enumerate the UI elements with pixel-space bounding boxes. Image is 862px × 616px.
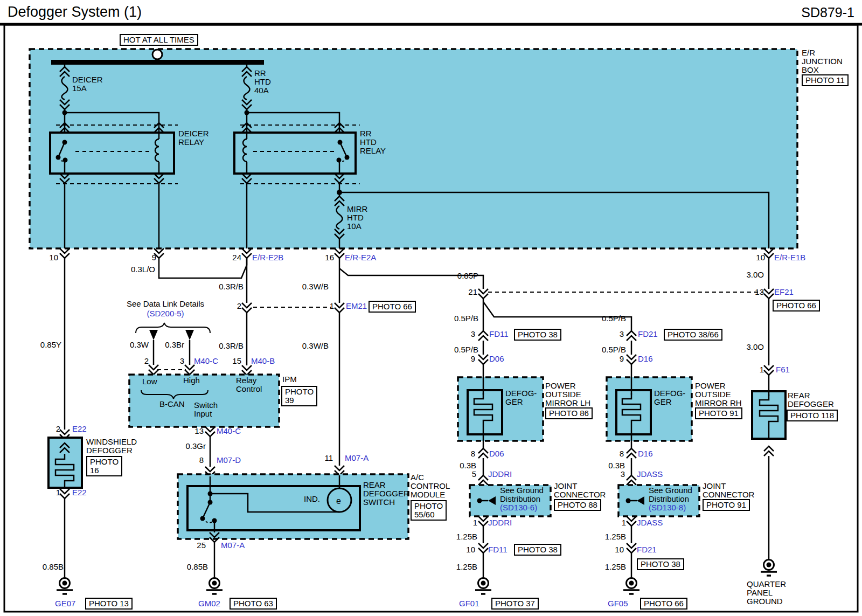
pin-16: 16 bbox=[322, 253, 334, 262]
connector-jdass-top: JDASS bbox=[637, 470, 663, 479]
wire-label-03lo: 0.3L/O bbox=[125, 265, 155, 274]
rr-htd-fuse-label: RR HTD 40A bbox=[254, 69, 271, 95]
deicer-relay-label: DEICER RELAY bbox=[178, 129, 209, 147]
connector-e22-bottom: E22 bbox=[72, 488, 87, 497]
wire-label-30o-2: 3.0O bbox=[741, 343, 764, 351]
photo-118-ref: PHOTO 118 bbox=[787, 410, 838, 421]
pin-10-left: 10 bbox=[46, 253, 58, 262]
ind-lamp-label: IND. bbox=[304, 495, 320, 503]
mirr-htd-fuse-label: MIRR HTD 10A bbox=[347, 205, 367, 231]
ipm-relay-control-label: Relay Control bbox=[236, 376, 262, 393]
ground-gf05-label: GF05 bbox=[608, 599, 628, 608]
junction-box-connectors bbox=[60, 248, 774, 258]
ground-gm02-label: GM02 bbox=[198, 599, 220, 608]
windshield-defogger-label: WINDSHIELD DEFOGGER bbox=[86, 438, 137, 455]
rear-defogger-label: REAR DEFOGGER bbox=[788, 391, 834, 409]
pin-24: 24 bbox=[230, 253, 241, 262]
pin-8-d16: 8 bbox=[611, 449, 624, 458]
wire-label-05pb-4: 0.5P/B bbox=[599, 345, 626, 354]
photo-38-fd11a-ref: PHOTO 38 bbox=[514, 329, 561, 341]
ipm-label: IPM bbox=[282, 375, 297, 384]
wire-label-125b-lh1: 1.25B bbox=[449, 532, 477, 541]
photo-11-ref: PHOTO 11 bbox=[802, 74, 849, 86]
pin-9-d06: 9 bbox=[462, 355, 475, 363]
photo-38-fd11b-ref: PHOTO 38 bbox=[514, 544, 561, 556]
switch-ground-wire bbox=[206, 542, 223, 594]
wire-label-085p: 0.85P bbox=[451, 272, 478, 280]
connector-e22-top: E22 bbox=[72, 425, 87, 433]
ground-ge07-label: GE07 bbox=[55, 599, 75, 608]
wire-label-30o-1: 3.0O bbox=[741, 271, 764, 279]
connector-f61: F61 bbox=[776, 365, 790, 374]
deicer-fuse-label: DEICER 15A bbox=[72, 75, 103, 93]
connector-d06-bottom: D06 bbox=[489, 449, 504, 458]
connector-em21: EM21 bbox=[346, 302, 367, 310]
ac-control-module-label: A/C CONTROL MODULE bbox=[411, 473, 450, 499]
connector-d16-top: D16 bbox=[638, 355, 653, 363]
pin-3-jdass: 3 bbox=[614, 470, 625, 479]
wire-label-03br: 0.3Br bbox=[158, 341, 184, 349]
wire-label-03gr: 0.3Gr bbox=[183, 442, 206, 451]
wire-label-03rb-2: 0.3R/B bbox=[213, 342, 244, 350]
connector-ef21: EF21 bbox=[774, 288, 794, 296]
data-link-arrow-left bbox=[149, 330, 158, 340]
photo-55-60-ref: PHOTO 55/60 bbox=[411, 500, 447, 521]
connector-m07d: M07-D bbox=[217, 456, 241, 465]
pin-21: 21 bbox=[463, 288, 477, 296]
power-feed-node bbox=[152, 50, 162, 59]
quarter-panel-ground-label: QUARTER PANEL GROUND bbox=[747, 580, 786, 606]
ground-gm02 bbox=[206, 578, 223, 594]
ipm-low-label: Low bbox=[142, 377, 157, 386]
defogger-rh-label: DEFOG- GER bbox=[654, 389, 685, 406]
wire-label-125b-lh2: 1.25B bbox=[449, 563, 477, 571]
defogger-lh-label: DEFOG- GER bbox=[505, 389, 537, 406]
connector-jdass-bottom: JDASS bbox=[637, 518, 663, 527]
wire-label-125b-rh2: 1.25B bbox=[598, 563, 626, 571]
pin-3-fd11: 3 bbox=[463, 330, 475, 338]
connector-d16-bottom: D16 bbox=[638, 449, 653, 458]
connector-er-e2a: E/R-E2A bbox=[345, 253, 376, 262]
pin-5-jddri: 5 bbox=[465, 470, 476, 479]
pin-1-e22: 1 bbox=[51, 488, 60, 497]
see-ground-rh-1: See Ground bbox=[649, 486, 692, 495]
see-data-link-note: See Data Link Details bbox=[114, 300, 217, 308]
joint-connector-lh-label: JOINT CONNECTOR bbox=[554, 482, 606, 499]
pin-10-fd21: 10 bbox=[609, 545, 624, 554]
connector-m40c-bottom: M40-C bbox=[217, 427, 241, 435]
see-ground-rh-2: Distribution bbox=[649, 495, 689, 503]
connector-er-e2b: E/R-E2B bbox=[252, 253, 283, 262]
connector-fd11-bottom: FD11 bbox=[488, 545, 508, 554]
ipm-high-label: High bbox=[183, 376, 200, 385]
connector-fd21-top: FD21 bbox=[638, 330, 658, 338]
wiring-diagram-page: Defogger System (1) SD879-1 bbox=[0, 0, 862, 616]
ground-quarter-panel bbox=[761, 560, 777, 576]
connector-fd21-bottom: FD21 bbox=[637, 545, 657, 554]
photo-38-66-ref: PHOTO 38/66 bbox=[664, 329, 722, 341]
ground-gf05 bbox=[623, 578, 639, 594]
ipm-bcan-label: B-CAN bbox=[159, 400, 185, 409]
connector-er-e1b: E/R-E1B bbox=[774, 253, 805, 262]
photo-39-ref: PHOTO 39 bbox=[281, 386, 317, 406]
photo-63-ref: PHOTO 63 bbox=[230, 598, 277, 610]
er-junction-box-outline bbox=[30, 49, 797, 248]
pin-10-right: 10 bbox=[751, 253, 765, 262]
pin-1-jddri: 1 bbox=[468, 518, 477, 527]
pin-2-m40c: 2 bbox=[138, 357, 149, 365]
power-mirror-lh-label: POWER OUTSIDE MIRROR LH bbox=[545, 382, 590, 407]
pin-8-m07d: 8 bbox=[195, 456, 204, 465]
wire-label-085y: 0.85Y bbox=[39, 341, 61, 349]
sd200-5-ref: (SD200-5) bbox=[114, 309, 217, 318]
photo-37-ref: PHOTO 37 bbox=[491, 598, 539, 610]
connector-m40c-top: M40-C bbox=[194, 357, 218, 365]
connector-jddri-top: JDDRI bbox=[488, 470, 512, 479]
connector-m07a-top: M07-A bbox=[345, 454, 369, 462]
photo-91b-ref: PHOTO 91 bbox=[703, 499, 750, 511]
pin-9: 9 bbox=[144, 253, 156, 262]
wire-label-03rb-1: 0.3R/B bbox=[213, 282, 244, 291]
photo-88-ref: PHOTO 88 bbox=[554, 499, 601, 511]
connector-m40b: M40-B bbox=[251, 357, 275, 365]
wire-label-05pb-1: 0.5P/B bbox=[451, 314, 478, 323]
photo-91a-ref: PHOTO 91 bbox=[695, 407, 742, 419]
pin-2-em21: 2 bbox=[232, 302, 241, 310]
mirror-feed-branch bbox=[478, 289, 763, 331]
